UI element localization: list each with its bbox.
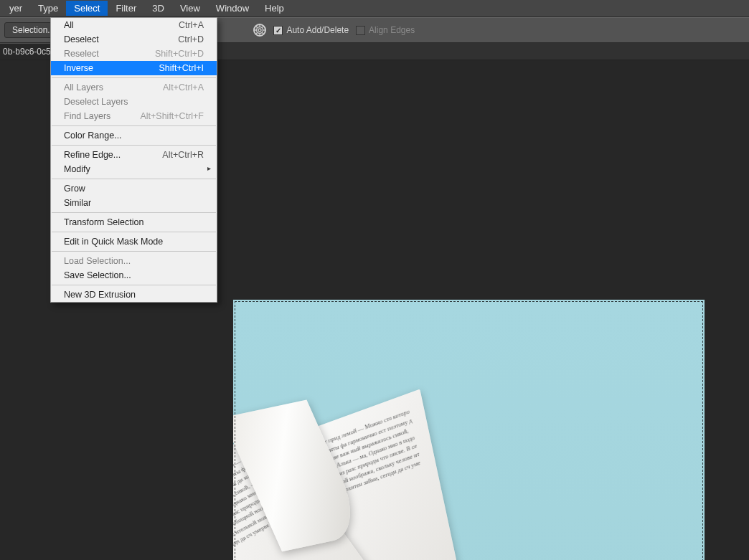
document-canvas[interactable]: горой этот прид лемой — Можно сто которо…	[233, 300, 705, 560]
menu-type[interactable]: Type	[30, 1, 66, 16]
menu-item-modify[interactable]: Modify	[51, 162, 217, 176]
menu-item-shortcut: Shift+Ctrl+I	[159, 63, 204, 73]
menu-filter[interactable]: Filter	[108, 1, 144, 16]
auto-add-delete-checkbox[interactable]: ✓ Auto Add/Delete	[273, 25, 349, 35]
menu-separator	[52, 212, 216, 213]
menu-separator	[52, 251, 216, 252]
menu-item-shortcut: Alt+Ctrl+R	[162, 150, 204, 160]
gear-icon[interactable]	[253, 24, 266, 37]
menu-item-shortcut: Ctrl+D	[178, 34, 204, 44]
auto-add-delete-label: Auto Add/Delete	[286, 25, 349, 35]
menu-window[interactable]: Window	[208, 1, 257, 16]
svg-point-1	[258, 29, 261, 32]
menu-view[interactable]: View	[172, 1, 208, 16]
menu-item-inverse[interactable]: InverseShift+Ctrl+I	[51, 61, 217, 75]
menu-item-label: Edit in Quick Mask Mode	[64, 237, 163, 247]
menu-item-shortcut: Shift+Ctrl+D	[155, 49, 204, 59]
menu-help[interactable]: Help	[257, 1, 292, 16]
menu-item-transform-selection[interactable]: Transform Selection	[51, 215, 217, 229]
menu-item-save-selection[interactable]: Save Selection...	[51, 268, 217, 283]
menu-item-label: Transform Selection	[64, 217, 143, 227]
menu-item-label: Grow	[64, 184, 85, 194]
menu-item-shortcut: Ctrl+A	[179, 20, 204, 30]
align-edges-label: Align Edges	[369, 25, 415, 35]
menu-item-label: Modify	[64, 164, 90, 174]
menu-item-label: Reselect	[64, 49, 99, 59]
menu-item-all-layers: All LayersAlt+Ctrl+A	[51, 80, 217, 95]
menu-layer[interactable]: yer	[1, 1, 30, 16]
menu-item-reselect: ReselectShift+Ctrl+D	[51, 47, 217, 61]
menu-item-label: Load Selection...	[64, 256, 131, 266]
menu-item-shortcut: Alt+Shift+Ctrl+F	[140, 111, 204, 121]
menu-item-grow[interactable]: Grow	[51, 181, 217, 196]
menu-separator	[52, 179, 216, 179]
checkbox-checked-icon: ✓	[273, 26, 283, 35]
menu-item-label: New 3D Extrusion	[64, 290, 136, 300]
menu-item-shortcut: Alt+Ctrl+A	[163, 82, 204, 92]
align-edges-checkbox[interactable]: Align Edges	[356, 25, 415, 35]
menu-separator	[52, 232, 216, 232]
checkbox-empty-icon	[356, 26, 365, 35]
menu-3d[interactable]: 3D	[144, 1, 172, 16]
menu-item-label: All Layers	[64, 82, 103, 92]
menu-item-label: Inverse	[64, 63, 93, 73]
menu-item-deselect[interactable]: DeselectCtrl+D	[51, 32, 217, 47]
menu-item-color-range[interactable]: Color Range...	[51, 128, 217, 143]
menu-item-label: Find Layers	[64, 111, 110, 121]
menu-item-label: All	[64, 20, 74, 30]
menu-select[interactable]: Select	[66, 1, 108, 16]
menu-item-label: Save Selection...	[64, 270, 131, 280]
menu-item-new-3d-extrusion[interactable]: New 3D Extrusion	[51, 288, 217, 302]
menu-item-all[interactable]: AllCtrl+A	[51, 18, 217, 32]
select-menu-dropdown: AllCtrl+ADeselectCtrl+DReselectShift+Ctr…	[50, 17, 217, 303]
menu-item-label: Deselect Layers	[64, 97, 128, 107]
menu-item-label: Refine Edge...	[64, 150, 121, 160]
menu-separator	[52, 145, 216, 146]
menu-item-refine-edge[interactable]: Refine Edge...Alt+Ctrl+R	[51, 148, 217, 162]
menu-item-similar[interactable]: Similar	[51, 196, 217, 210]
menu-separator	[52, 77, 216, 78]
menu-item-label: Color Range...	[64, 130, 122, 141]
menu-item-load-selection: Load Selection...	[51, 254, 217, 268]
menu-item-find-layers: Find LayersAlt+Shift+Ctrl+F	[51, 109, 217, 123]
menu-item-edit-in-quick-mask-mode[interactable]: Edit in Quick Mask Mode	[51, 234, 217, 249]
menu-item-label: Similar	[64, 198, 91, 208]
main-menubar: yer Type Select Filter 3D View Window He…	[0, 0, 749, 17]
menu-item-deselect-layers: Deselect Layers	[51, 95, 217, 109]
menu-item-label: Deselect	[64, 34, 99, 44]
menu-separator	[52, 285, 216, 285]
svg-point-0	[257, 27, 263, 34]
menu-separator	[52, 125, 216, 126]
